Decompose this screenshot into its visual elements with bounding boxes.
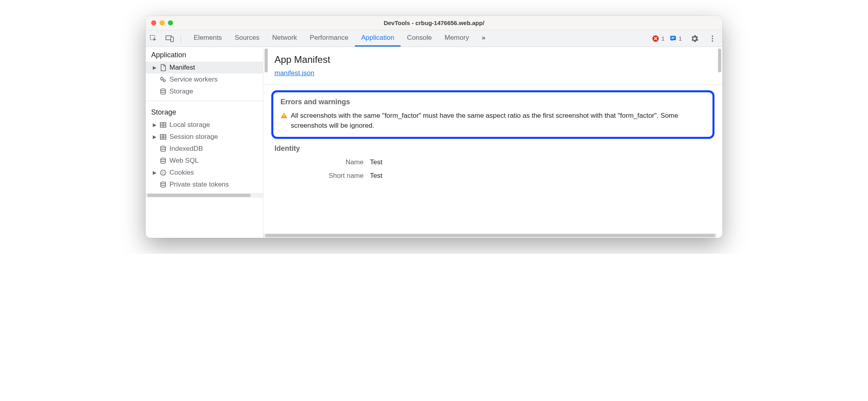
tab-elements[interactable]: Elements [187, 30, 228, 47]
svg-point-11 [163, 80, 165, 82]
svg-rect-23 [284, 115, 284, 117]
identity-row-short-name: Short name Test [274, 172, 711, 180]
sidebar-item-label: Cookies [169, 169, 194, 177]
manifest-panel: App Manifest manifest.json Errors and wa… [263, 47, 722, 238]
sidebar-item-service-workers[interactable]: Service workers [146, 74, 263, 86]
identity-key: Name [274, 158, 370, 166]
more-tabs-button[interactable]: » [475, 30, 492, 47]
table-icon [159, 134, 167, 140]
svg-point-18 [162, 171, 163, 172]
cookie-icon [159, 169, 167, 176]
svg-point-21 [164, 173, 165, 174]
sidebar-item-label: Storage [169, 88, 193, 95]
svg-point-7 [712, 35, 713, 37]
sidebar-item-session-storage[interactable]: ▶ Session storage [146, 131, 263, 143]
expand-arrow-icon: ▶ [152, 65, 157, 70]
sidebar-item-storage[interactable]: Storage [146, 86, 263, 97]
section-divider [263, 84, 722, 85]
main-h-scrollbar[interactable] [263, 233, 717, 238]
tab-performance[interactable]: Performance [304, 30, 355, 47]
identity-row-name: Name Test [274, 158, 711, 166]
sidebar-item-cookies[interactable]: ▶ Cookies [146, 167, 263, 179]
error-count: 1 [661, 35, 664, 42]
svg-rect-4 [670, 36, 676, 40]
svg-point-20 [162, 173, 163, 174]
sidebar-item-websql[interactable]: Web SQL [146, 155, 263, 167]
tab-application[interactable]: Application [355, 30, 401, 47]
warning-text: All screenshots with the same "form_fact… [291, 111, 705, 130]
sidebar-item-label: Web SQL [169, 157, 199, 165]
svg-rect-24 [284, 117, 284, 118]
svg-point-8 [712, 38, 713, 39]
database-icon [159, 181, 167, 188]
content-area: Application ▶ Manifest Service workers [146, 47, 722, 238]
manifest-heading: App Manifest [274, 54, 711, 65]
window-controls [151, 20, 173, 25]
svg-point-9 [712, 40, 713, 42]
identity-value: Test [370, 172, 382, 180]
identity-value: Test [370, 158, 382, 166]
devtools-window: DevTools - crbug-1476656.web.app/ Elemen… [146, 16, 722, 238]
svg-point-16 [161, 158, 165, 160]
devtools-toolbar: Elements Sources Network Performance App… [146, 30, 722, 47]
maximize-window-button[interactable] [168, 20, 173, 25]
svg-point-19 [163, 172, 164, 173]
errors-badge[interactable]: 1 [652, 35, 664, 42]
sidebar-item-private-state-tokens[interactable]: Private state tokens [146, 179, 263, 191]
error-icon [652, 35, 659, 42]
close-window-button[interactable] [151, 20, 156, 25]
sidebar-section-application: Application [146, 47, 263, 62]
sidebar-item-label: Session storage [169, 133, 218, 141]
issue-count: 1 [679, 35, 682, 42]
svg-rect-6 [671, 38, 674, 39]
issue-icon [669, 35, 677, 42]
sidebar-h-scrollbar[interactable] [146, 193, 263, 198]
expand-arrow-icon: ▶ [152, 122, 157, 128]
manifest-link[interactable]: manifest.json [274, 69, 314, 77]
expand-arrow-icon: ▶ [152, 170, 157, 175]
identity-key: Short name [274, 172, 370, 180]
device-toolbar-icon[interactable] [162, 30, 178, 47]
issues-badge[interactable]: 1 [669, 35, 682, 42]
sidebar-item-local-storage[interactable]: ▶ Local storage [146, 119, 263, 131]
database-icon [159, 158, 167, 164]
inspect-element-icon[interactable] [146, 30, 162, 47]
tab-sources[interactable]: Sources [228, 30, 266, 47]
panel-tabs: Elements Sources Network Performance App… [187, 30, 492, 47]
kebab-menu-icon[interactable] [707, 35, 718, 43]
sidebar-item-manifest[interactable]: ▶ Manifest [146, 62, 263, 74]
svg-point-22 [161, 182, 165, 183]
main-scrollbar[interactable] [717, 47, 722, 238]
identity-heading: Identity [274, 144, 711, 153]
sidebar-section-storage: Storage [146, 104, 263, 119]
svg-point-12 [161, 89, 165, 90]
sidebar-item-indexeddb[interactable]: IndexedDB [146, 143, 263, 155]
sidebar-item-label: Manifest [169, 64, 195, 72]
warning-row: All screenshots with the same "form_fact… [280, 111, 705, 130]
svg-point-17 [161, 170, 166, 175]
tab-memory[interactable]: Memory [438, 30, 475, 47]
database-icon [159, 88, 167, 95]
settings-icon[interactable] [687, 35, 703, 43]
errors-warnings-callout: Errors and warnings All screenshots with… [271, 90, 714, 139]
toolbar-right: 1 1 [652, 35, 722, 43]
minimize-window-button[interactable] [160, 20, 165, 25]
expand-arrow-icon: ▶ [152, 134, 157, 140]
sidebar-divider [146, 101, 263, 101]
file-icon [159, 64, 167, 71]
svg-rect-2 [171, 37, 173, 42]
sidebar-item-label: Service workers [169, 76, 218, 84]
table-icon [159, 122, 167, 128]
window-title: DevTools - crbug-1476656.web.app/ [146, 19, 722, 26]
application-sidebar: Application ▶ Manifest Service workers [146, 47, 263, 238]
database-icon [159, 146, 167, 152]
sidebar-item-label: IndexedDB [169, 145, 203, 153]
svg-rect-5 [671, 37, 675, 38]
errors-warnings-heading: Errors and warnings [280, 98, 705, 106]
tab-console[interactable]: Console [401, 30, 438, 47]
toolbar-divider [181, 34, 181, 43]
sidebar-item-label: Local storage [169, 121, 210, 129]
svg-point-15 [161, 146, 165, 148]
tab-network[interactable]: Network [266, 30, 303, 47]
sidebar-item-label: Private state tokens [169, 181, 229, 189]
